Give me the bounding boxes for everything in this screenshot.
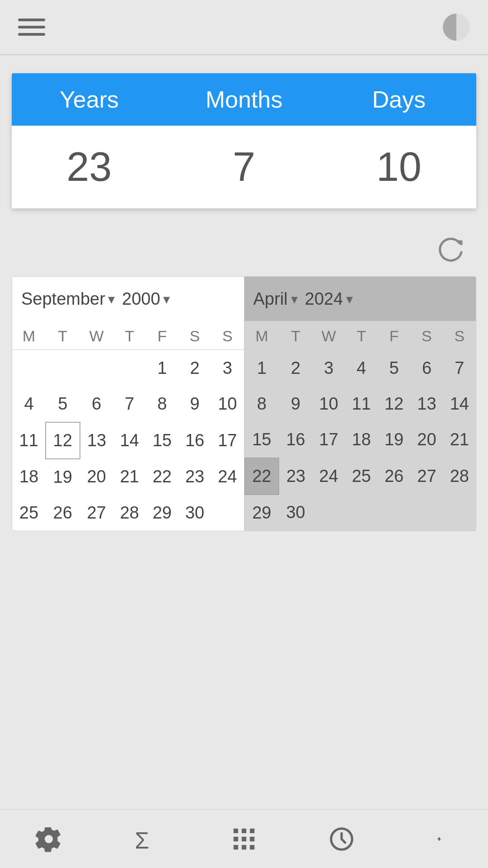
app-header [0,0,488,54]
start-col-w: W [80,321,113,350]
clock-icon [328,825,356,853]
calendar-day[interactable]: 10 [211,386,244,422]
svg-rect-8 [242,844,246,849]
reset-area [0,226,488,272]
nav-calendar[interactable] [212,810,276,868]
calendar-day[interactable]: 18 [12,459,46,495]
calendar-day[interactable]: 29 [245,495,279,531]
start-col-m: M [12,321,46,350]
calendar-day[interactable]: 13 [80,422,113,459]
calendar-day[interactable]: 30 [178,495,211,531]
nav-history[interactable] [310,810,373,868]
calendar-empty [378,495,410,531]
calendar-day[interactable]: 22 [146,459,178,495]
calendar-day[interactable]: 28 [443,458,476,495]
calendar-day[interactable]: 14 [443,386,476,422]
calendar-day[interactable]: 10 [312,386,345,422]
end-col-t2: T [345,321,378,350]
calendar-empty [410,495,443,531]
start-month-arrow: ▾ [108,291,115,307]
calendar-day[interactable]: 26 [378,458,410,495]
start-month-select[interactable]: September [21,289,105,308]
calendar-day[interactable]: 20 [410,422,443,458]
calendar-day[interactable]: 6 [80,386,113,422]
calendar-empty [345,495,378,531]
calendar-day[interactable]: 7 [113,386,146,422]
calendar-day[interactable]: 2 [178,350,211,386]
calendar-day[interactable]: 12 [46,422,80,459]
calendar-day[interactable]: 9 [279,386,312,422]
calendar-day[interactable]: 23 [178,459,211,495]
end-year-select[interactable]: 2024 [305,289,343,308]
calendar-day[interactable]: 4 [12,386,46,422]
end-month-select[interactable]: April [253,289,288,308]
calendar-day[interactable]: 5 [378,350,410,386]
calendar-day[interactable]: 1 [146,350,178,386]
end-calendar: April ▾ 2024 ▾ M T W T F S S [244,277,476,531]
calendar-day[interactable]: 17 [312,422,345,458]
calendar-day[interactable]: 20 [80,459,113,495]
calendar-day[interactable]: 17 [211,422,244,459]
calendar-day[interactable]: 25 [345,458,378,495]
calendar-empty [46,350,80,386]
calendar-day[interactable]: 18 [345,422,378,458]
start-year-select[interactable]: 2000 [122,289,160,308]
calendar-day[interactable]: 22 [245,458,279,495]
calendar-day[interactable]: 11 [12,422,46,459]
nav-settings[interactable] [17,810,80,868]
result-header: Years Months Days [12,73,476,126]
gear-icon [35,825,63,853]
calendar-day[interactable]: 24 [312,458,345,495]
svg-rect-5 [242,836,246,841]
svg-rect-6 [250,836,254,841]
calendar-empty [80,350,113,386]
end-col-s2: S [443,321,476,350]
calendar-day[interactable]: 9 [178,386,211,422]
calendar-day[interactable]: 8 [146,386,178,422]
calendar-day[interactable]: 16 [279,422,312,458]
calendar-day[interactable]: 6 [410,350,443,386]
calendar-day[interactable]: 3 [211,350,244,386]
calendar-day[interactable]: 23 [279,458,312,495]
calendar-day[interactable]: 24 [211,459,244,495]
end-month-arrow: ▾ [291,291,298,307]
calendar-day[interactable]: 27 [410,458,443,495]
calendar-day[interactable]: 13 [410,386,443,422]
calendar-day[interactable]: 5 [46,386,80,422]
calendar-day[interactable]: 1 [245,350,279,386]
calendar-day[interactable]: 28 [113,495,146,531]
calendar-day[interactable]: 19 [378,422,410,458]
calendar-day[interactable]: 11 [345,386,378,422]
calendar-day[interactable]: 25 [12,495,46,531]
calendar-day[interactable]: 15 [245,422,279,458]
days-label: Days [321,73,476,126]
theme-toggle-button[interactable] [443,14,470,41]
calendar-day[interactable]: 15 [146,422,178,459]
menu-button[interactable] [18,19,45,36]
nav-add[interactable]: + [408,810,471,868]
calendar-day[interactable]: 2 [279,350,312,386]
calendar-day[interactable]: 21 [113,459,146,495]
calendar-day[interactable]: 26 [46,495,80,531]
start-year-arrow: ▾ [163,291,170,307]
start-calendar-header: September ▾ 2000 ▾ [12,277,244,321]
calendar-empty [443,495,476,531]
reset-button[interactable] [436,236,467,267]
calendar-day[interactable]: 16 [178,422,211,459]
calendar-day[interactable]: 12 [378,386,410,422]
calendar-day[interactable]: 19 [46,459,80,495]
calendar-day[interactable]: 21 [443,422,476,458]
calendar-day[interactable]: 27 [80,495,113,531]
calendar-day[interactable]: 7 [443,350,476,386]
nav-summary[interactable]: Σ [115,810,178,868]
calendar-day[interactable]: 3 [312,350,345,386]
calendar-day[interactable]: 8 [245,386,279,422]
calendar-day[interactable]: 29 [146,495,178,531]
end-col-s1: S [410,321,443,350]
calendar-day[interactable]: 30 [279,495,312,531]
calendar-empty [312,495,345,531]
svg-rect-3 [250,828,254,833]
calendar-day[interactable]: 4 [345,350,378,386]
result-values: 23 7 10 [12,126,476,208]
calendar-day[interactable]: 14 [113,422,146,459]
